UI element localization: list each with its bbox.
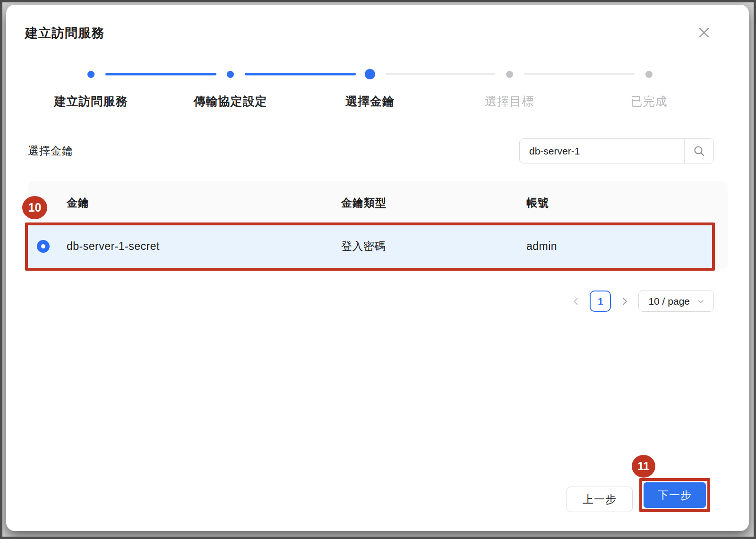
- table-header: 金鑰 金鑰類型 帳號: [28, 181, 728, 224]
- key-table: 10 金鑰 金鑰類型 帳號 db-server-1-secret 登入密碼 ad…: [28, 181, 728, 269]
- dialog-header: 建立訪問服務: [6, 5, 749, 42]
- stepper-line-done-2: [245, 73, 356, 76]
- step-dot-create-service: [87, 71, 94, 78]
- pagination-prev-icon[interactable]: [569, 291, 583, 312]
- annotation-badge-10: 10: [22, 196, 47, 219]
- pagination: 1 10 / page: [6, 291, 714, 312]
- close-icon[interactable]: [697, 26, 711, 40]
- table-row-db-server-1-secret[interactable]: db-server-1-secret 登入密碼 admin: [28, 224, 713, 269]
- search-icon: [693, 145, 706, 158]
- column-header-key: 金鑰: [28, 196, 341, 210]
- key-search-box: [519, 138, 714, 163]
- create-access-service-dialog: 建立訪問服務 建立訪問服務 傳輸協定設定 選擇金鑰 選擇目標 已完成 選擇金鑰: [6, 5, 749, 531]
- page-size-select[interactable]: 10 / page: [638, 291, 714, 312]
- cell-key-name: db-server-1-secret: [67, 240, 160, 253]
- stepper-line-done-1: [105, 73, 216, 76]
- search-button[interactable]: [684, 139, 713, 163]
- step-dot-select-target: [506, 71, 513, 78]
- dialog-footer: 上一步 11 下一步: [567, 478, 710, 512]
- select-key-section-label: 選擇金鑰: [28, 144, 73, 158]
- stepper-line-pending-1: [385, 73, 495, 75]
- pagination-next-icon[interactable]: [618, 291, 631, 312]
- page-size-value: 10 / page: [648, 296, 690, 307]
- radio-selected[interactable]: [37, 240, 50, 253]
- step-label-select-key: 選擇金鑰: [300, 94, 439, 109]
- column-header-key-type: 金鑰類型: [341, 196, 526, 210]
- column-header-account: 帳號: [526, 196, 728, 210]
- key-search-input[interactable]: [520, 139, 684, 163]
- step-label-finished: 已完成: [579, 94, 719, 109]
- pagination-page-1[interactable]: 1: [590, 291, 611, 312]
- cell-key-type: 登入密碼: [341, 239, 526, 254]
- annotation-badge-11: 11: [632, 455, 655, 478]
- dialog-title: 建立訪問服務: [25, 25, 104, 42]
- cell-account: admin: [526, 240, 713, 253]
- wizard-step-labels: 建立訪問服務 傳輸協定設定 選擇金鑰 選擇目標 已完成: [21, 94, 719, 109]
- chevron-down-icon: [696, 297, 705, 306]
- step-label-create-service: 建立訪問服務: [21, 94, 161, 109]
- annotation-box-next-button: 11 下一步: [639, 478, 710, 512]
- next-step-button[interactable]: 下一步: [644, 482, 706, 508]
- wizard-stepper: [21, 69, 719, 79]
- step-label-protocol-settings: 傳輸協定設定: [161, 94, 300, 109]
- stepper-line-pending-2: [524, 73, 635, 75]
- previous-step-button[interactable]: 上一步: [567, 487, 633, 512]
- step-dot-protocol-settings: [227, 71, 234, 78]
- step-label-select-target: 選擇目標: [440, 94, 579, 109]
- step-dot-finished: [645, 71, 653, 78]
- step-dot-select-key: [365, 69, 375, 79]
